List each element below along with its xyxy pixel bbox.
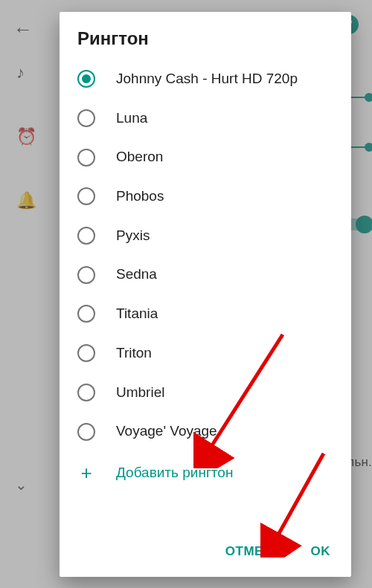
ringtone-option[interactable]: Luna (60, 99, 351, 138)
plus-icon: + (77, 465, 95, 480)
ringtone-option-label: Triton (116, 344, 152, 363)
ringtone-option-label: Johnny Cash - Hurt HD 720p (116, 70, 298, 88)
ringtone-option-label: Sedna (116, 265, 157, 284)
ringtone-option-label: Oberon (116, 148, 163, 167)
dialog-actions: ОТМЕНА OK (60, 529, 351, 577)
radio-icon[interactable] (77, 227, 95, 245)
ringtone-option[interactable]: Umbriel (60, 373, 351, 413)
ringtone-option[interactable]: Titania (60, 294, 351, 334)
ringtone-option-label: Phobos (116, 187, 164, 206)
ringtone-option[interactable]: Oberon (60, 138, 351, 177)
radio-icon[interactable] (77, 70, 95, 88)
cancel-button[interactable]: ОТМЕНА (215, 537, 293, 566)
ringtone-option-list[interactable]: Johnny Cash - Hurt HD 720pLunaOberonPhob… (60, 59, 351, 529)
ringtone-option[interactable]: Johnny Cash - Hurt HD 720p (60, 59, 351, 99)
radio-icon[interactable] (77, 305, 95, 323)
ringtone-dialog: Рингтон Johnny Cash - Hurt HD 720pLunaOb… (60, 12, 351, 577)
radio-icon[interactable] (77, 109, 95, 127)
ringtone-option[interactable]: Pyxis (60, 216, 351, 256)
ringtone-option[interactable]: Voyage' Voyage (60, 412, 351, 451)
radio-icon[interactable] (77, 187, 95, 205)
add-ringtone-row[interactable]: +Добавить рингтон (60, 451, 351, 494)
ok-button[interactable]: OK (301, 537, 341, 566)
ringtone-option-label: Pyxis (116, 227, 150, 245)
dialog-title: Рингтон (60, 12, 351, 59)
add-ringtone-label: Добавить рингтон (116, 465, 233, 481)
radio-icon[interactable] (77, 423, 95, 441)
ringtone-option[interactable]: Phobos (60, 177, 351, 216)
ringtone-option[interactable]: Sedna (60, 255, 351, 294)
radio-icon[interactable] (77, 384, 95, 401)
radio-icon[interactable] (77, 266, 95, 284)
ringtone-option-label: Voyage' Voyage (116, 422, 217, 441)
ringtone-option-label: Luna (116, 109, 147, 128)
ringtone-option-label: Titania (116, 305, 158, 323)
ringtone-option-label: Umbriel (116, 384, 164, 402)
ringtone-option[interactable]: Triton (60, 334, 351, 373)
radio-icon[interactable] (77, 149, 95, 167)
radio-icon[interactable] (77, 344, 95, 362)
